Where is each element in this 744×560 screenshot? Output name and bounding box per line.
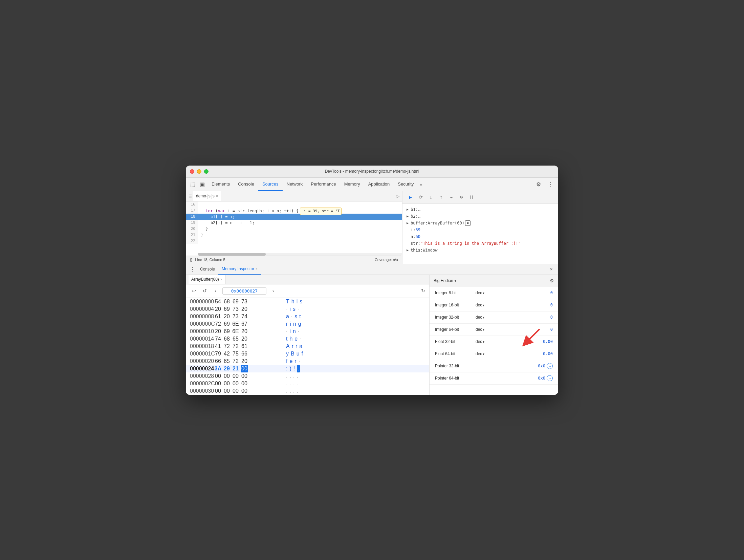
next-nav-button[interactable]: › [269,287,277,295]
code-line-16: 16 [186,201,402,208]
ptr32-follow-link[interactable]: → [547,363,553,369]
value-row-ptr64: Pointer 64-bit 0x0 → [430,372,558,385]
code-line-21: 21 } [186,232,402,238]
bottom-tabs: ⋮ Console Memory Inspector × × [186,264,558,275]
top-section: ☰ demo-js.js × ▷ 16 17 for (var i = str.… [186,191,558,264]
tab-console-bottom[interactable]: Console [197,264,218,275]
toolbar-right: ⚙ ⋮ [534,179,555,189]
resume-button[interactable]: ▶ [407,193,415,201]
scope-row-n: ▶ n: 60 [407,233,554,240]
hex-row-4: 00000004 20 69 73 20 · i s [186,305,429,313]
tab-memory[interactable]: Memory [340,177,364,191]
hex-row-0: 00000000 54 68 69 73 T h i [186,298,429,305]
int32-format-select[interactable]: dec ▾ [476,315,484,320]
value-row-ptr32: Pointer 32-bit 0x0 → [430,360,558,372]
file-sync-icon[interactable]: ▷ [396,194,399,199]
step-out-button[interactable]: ⇢ [447,193,455,201]
tab-security[interactable]: Security [394,177,418,191]
hex-row-14: 00000014 74 68 65 20 t h e [186,335,429,343]
hex-row-2c: 0000002C 00 00 00 00 . . . [186,380,429,387]
status-bar: {} Line 18, Column 5 Coverage: n/a [186,256,402,264]
code-line-22: 22 [186,238,402,244]
tab-performance[interactable]: Performance [307,177,340,191]
tab-network[interactable]: Network [283,177,307,191]
tab-sources[interactable]: Sources [258,177,283,191]
file-tab-close-icon[interactable]: × [216,194,218,198]
memory-inspector-tab-close[interactable]: × [256,267,258,271]
memory-icon[interactable]: ▣ [465,220,471,226]
cursor-icon[interactable]: ⬚ [189,180,197,188]
deactivate-button[interactable]: ⊘ [457,193,465,201]
hex-row-8: 00000008 61 20 73 74 a · s [186,313,429,320]
scope-panel: ▶ ⟳ ↓ ↑ ⇢ ⊘ ⏸ ▶ b1: … ▶ b2 [402,191,558,264]
hex-row-28: 00000028 00 00 00 00 . . . [186,372,429,380]
float32-format-select[interactable]: dec ▾ [476,339,484,344]
int8-format-select[interactable]: dec ▾ [476,290,484,295]
file-tab-label: demo-js.js [196,194,215,198]
devtools-window: DevTools - memory-inspector.glitch.me/de… [186,166,558,395]
debug-tooltip: i = 39, str = "T [300,208,342,215]
tab-memory-inspector[interactable]: Memory Inspector × [218,264,261,275]
array-buffer-tabs: ArrayBuffer(60) × [186,275,429,284]
tab-application[interactable]: Application [364,177,394,191]
code-line-17: 17 for (var i = str.length; i < n; ++i) … [186,208,402,214]
value-panel-container: Big Endian ▾ ⚙ Integer 8-bit dec ▾ [430,275,558,395]
scope-row-b2: ▶ b2: … [407,213,554,220]
editor-panel: ☰ demo-js.js × ▷ 16 17 for (var i = str.… [186,191,402,264]
undo-nav-button[interactable]: ↩ [190,287,198,295]
coverage-status: Coverage: n/a [375,258,398,262]
hex-row-1c: 0000001C 79 42 75 66 y B u [186,350,429,358]
scope-row-i: ▶ i: 39 [407,227,554,233]
memory-content: ArrayBuffer(60) × ↩ ↺ ‹ › ↻ [186,275,558,395]
float64-format-select[interactable]: dec ▾ [476,351,484,356]
hex-row-18: 00000018 41 72 72 61 A r r [186,343,429,350]
array-buffer-tab[interactable]: ArrayBuffer(60) × [189,275,225,284]
step-into-button[interactable]: ↑ [437,193,445,201]
int64-format-select[interactable]: dec ▾ [476,327,484,332]
array-buffer-close-icon[interactable]: × [220,278,222,281]
settings-icon[interactable]: ⚙ [534,179,543,189]
status-line-col: Line 18, Column 5 [195,258,225,262]
code-line-18: 18 b1[i] = i; [186,214,402,220]
hex-rows: 00000000 54 68 69 73 T h i [186,298,429,395]
hex-row-24: 00000024 3A 29 21 00 : ) ! [186,365,429,372]
value-panel-settings-icon[interactable]: ⚙ [550,278,554,283]
menu-icon[interactable]: ⋮ [546,179,555,189]
nav-bar: ↩ ↺ ‹ › ↻ [186,284,429,298]
value-panel: Big Endian ▾ ⚙ Integer 8-bit dec ▾ [430,275,558,385]
value-row-int16: Integer 16-bit dec ▾ 0 [430,299,558,311]
redo-nav-button[interactable]: ↺ [201,287,209,295]
code-area: 16 17 for (var i = str.length; i < n; ++… [186,201,402,256]
file-tab-demo-js[interactable]: demo-js.js × [193,191,221,201]
bottom-panel-close[interactable]: × [547,266,555,272]
value-row-float32: Float 32-bit dec ▾ 0.00 [430,336,558,348]
value-row-int64: Integer 64-bit dec ▾ 0 [430,324,558,336]
devtools-body: ☰ demo-js.js × ▷ 16 17 for (var i = str.… [186,191,558,395]
hex-row-10: 00000010 20 69 6E 20 · i n [186,328,429,335]
sidebar-toggle-icon[interactable]: ☰ [189,194,192,198]
device-icon[interactable]: ▣ [198,180,206,188]
more-tabs-button[interactable]: » [418,182,424,187]
maximize-button[interactable] [204,169,209,174]
pause-exceptions-button[interactable]: ⏸ [467,193,476,201]
hex-row-20: 00000020 66 65 72 20 f e r [186,358,429,365]
tab-console[interactable]: Console [234,177,258,191]
pause-button[interactable]: ⟳ [417,193,425,201]
step-over-button[interactable]: ↓ [427,193,435,201]
bottom-section: ⋮ Console Memory Inspector × × ArrayBuff… [186,264,558,395]
dots-menu-button[interactable]: ⋮ [189,265,197,273]
value-row-int32: Integer 32-bit dec ▾ 0 [430,311,558,324]
endian-label: Big Endian [434,278,453,283]
file-tabs: ☰ demo-js.js × ▷ [186,191,402,201]
close-button[interactable] [190,169,194,174]
refresh-button[interactable]: ↻ [421,288,425,294]
address-input[interactable] [222,287,266,295]
tab-elements[interactable]: Elements [207,177,234,191]
prev-nav-button[interactable]: ‹ [212,287,220,295]
endian-select[interactable]: Big Endian ▾ [434,278,456,283]
minimize-button[interactable] [197,169,201,174]
int16-format-select[interactable]: dec ▾ [476,303,484,307]
memory-inspector-tab-label: Memory Inspector [222,266,254,271]
traffic-lights [190,169,209,174]
ptr64-follow-link[interactable]: → [547,375,553,381]
